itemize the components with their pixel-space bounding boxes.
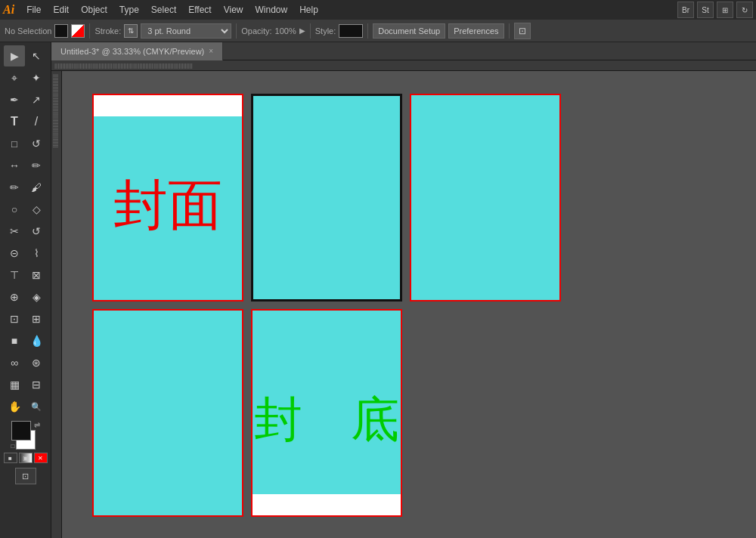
page-3[interactable]: [410, 94, 561, 301]
paintbrush-tool[interactable]: 🖌: [26, 177, 47, 198]
eyedropper-tool[interactable]: 💧: [26, 330, 47, 351]
fill-mode-none[interactable]: ✕: [34, 453, 48, 463]
page-1[interactable]: 封面: [92, 94, 243, 301]
fill-mode-gradient[interactable]: ▣: [19, 453, 33, 463]
page-1-white-bar-top: [94, 95, 242, 116]
magic-wand-tool[interactable]: ✦: [26, 67, 47, 88]
lasso-tool[interactable]: ⌖: [4, 67, 25, 88]
width-tool[interactable]: ⊤: [4, 264, 25, 286]
canvas-area: 封面 封 底: [62, 71, 756, 538]
menu-bar: Ai File Edit Object Type Select Effect V…: [0, 0, 756, 20]
page-5-white-bar-bottom: [253, 494, 401, 515]
tab-close-button[interactable]: ×: [209, 47, 213, 55]
stroke-label: Stroke:: [94, 26, 121, 36]
ruler-horizontal: ||||||||||||||||||||||||||||||||||||||||…: [51, 60, 756, 71]
direct-select-tool[interactable]: ↖: [26, 45, 47, 66]
blob-brush-tool[interactable]: ○: [4, 199, 25, 220]
arrange-icon[interactable]: ⊡: [514, 23, 531, 39]
workspace-icon[interactable]: ⊞: [717, 2, 733, 18]
perspective-tool[interactable]: ⊡: [4, 308, 25, 329]
artboard-tool[interactable]: ⊟: [26, 374, 47, 395]
stroke-weight-select[interactable]: 3 pt. Round: [141, 23, 231, 39]
options-toolbar: No Selection Stroke: ⇅ 3 pt. Round Opaci…: [0, 20, 756, 42]
pen-tool[interactable]: ✒: [4, 89, 25, 110]
stroke-diag-swatch[interactable]: [71, 24, 85, 38]
style-swatch[interactable]: [339, 24, 363, 38]
menu-right-icons: Br St ⊞ ↻: [677, 2, 753, 18]
menu-effect[interactable]: Effect: [182, 3, 217, 17]
menu-select[interactable]: Select: [145, 3, 182, 17]
document-tab[interactable]: Untitled-3* @ 33.33% (CMYK/Preview) ×: [51, 42, 223, 60]
ruler-vertical: ||||||||||||||||||||||||||||||||||||||||…: [51, 71, 62, 538]
swap-colors-icon[interactable]: ⇌: [34, 421, 40, 429]
opacity-value: 100%: [275, 26, 296, 36]
style-label: Style:: [315, 26, 336, 36]
shape-builder-tool[interactable]: ⊕: [4, 286, 25, 308]
menu-object[interactable]: Object: [75, 3, 113, 17]
scissors-tool[interactable]: ✂: [4, 221, 25, 242]
type-tool[interactable]: T: [4, 111, 25, 132]
selection-label: No Selection: [5, 26, 51, 36]
reflect-tool[interactable]: ⊝: [4, 243, 25, 264]
gradient-tool[interactable]: ■: [4, 330, 25, 351]
color-swatches: ⇌ □: [11, 421, 40, 450]
fill-mode-solid[interactable]: ■: [4, 453, 17, 463]
foreground-color-swatch[interactable]: [11, 421, 31, 441]
live-paint-tool[interactable]: ◈: [26, 286, 47, 308]
curvature-tool[interactable]: ↗: [26, 89, 47, 110]
page-2[interactable]: [251, 94, 402, 301]
fill-swatch[interactable]: [54, 24, 68, 38]
scale-tool[interactable]: ↔: [4, 155, 25, 176]
free-transform-tool[interactable]: ⊠: [26, 264, 47, 286]
menu-edit[interactable]: Edit: [47, 3, 75, 17]
bridge-icon[interactable]: Br: [677, 2, 694, 18]
opacity-label: Opacity:: [241, 26, 271, 36]
tool-panel: ▶ ↖ ⌖ ✦ ✒ ↗ T / □ ↺ ↔ ✏ ✏ 🖌 ○ ◇ ✂ ↺ ⊝ ⌇ …: [0, 42, 51, 538]
tab-title: Untitled-3* @ 33.33% (CMYK/Preview): [60, 47, 204, 56]
zoom-tool[interactable]: 🔍: [26, 396, 47, 417]
artboard-icon-bottom[interactable]: ⊡: [15, 468, 36, 484]
arrange-icons: ⊡: [514, 23, 531, 39]
selection-tool[interactable]: ▶: [4, 45, 25, 66]
shaper-tool[interactable]: ✏: [26, 155, 47, 176]
rectangle-tool[interactable]: □: [4, 133, 25, 154]
rotate2-tool[interactable]: ↺: [26, 221, 47, 242]
line-tool[interactable]: /: [26, 111, 47, 132]
stock-icon[interactable]: St: [697, 2, 714, 18]
tab-bar: Untitled-3* @ 33.33% (CMYK/Preview) ×: [51, 42, 756, 60]
pages-grid: 封面 封 底: [92, 94, 561, 517]
graph-tool[interactable]: ▦: [4, 374, 25, 395]
menu-help[interactable]: Help: [293, 3, 324, 17]
mesh-tool[interactable]: ⊞: [26, 308, 47, 329]
document-setup-button[interactable]: Document Setup: [373, 23, 445, 39]
preferences-button[interactable]: Preferences: [448, 23, 503, 39]
page-5[interactable]: 封 底: [251, 309, 402, 517]
pencil-tool[interactable]: ✏: [4, 177, 25, 198]
menu-file[interactable]: File: [20, 3, 47, 17]
sync-icon[interactable]: ↻: [736, 2, 753, 18]
page-5-text: 封 底: [254, 387, 399, 453]
stroke-up-arrow[interactable]: ⇅: [124, 24, 138, 38]
hand-tool[interactable]: ✋: [4, 396, 25, 417]
reset-colors-icon[interactable]: □: [11, 443, 15, 450]
rotate-tool[interactable]: ↺: [26, 133, 47, 154]
color-area: ⇌ □ ■ ▣ ✕ ⊡: [4, 421, 48, 484]
menu-view[interactable]: View: [218, 3, 249, 17]
warp-tool[interactable]: ⌇: [26, 243, 47, 264]
eraser-tool[interactable]: ◇: [26, 199, 47, 220]
symbol-tool[interactable]: ⊛: [26, 352, 47, 373]
blend-tool[interactable]: ∞: [4, 352, 25, 373]
page-4[interactable]: [92, 309, 243, 517]
menu-window[interactable]: Window: [249, 3, 293, 17]
fill-mode-row: ■ ▣ ✕: [4, 453, 48, 463]
opacity-expand-arrow[interactable]: ▶: [299, 26, 305, 35]
menu-type[interactable]: Type: [113, 3, 145, 17]
app-logo: Ai: [3, 3, 14, 17]
page-1-text: 封面: [113, 169, 222, 241]
